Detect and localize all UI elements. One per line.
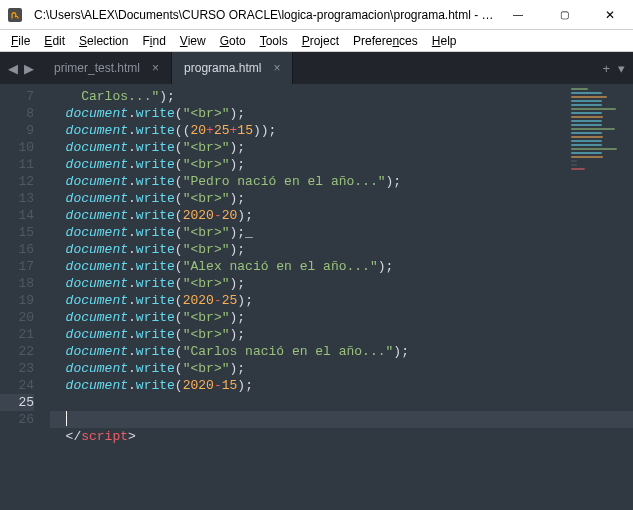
menu-edit[interactable]: Edit [37, 32, 72, 50]
menu-goto[interactable]: Goto [213, 32, 253, 50]
text-cursor [66, 411, 67, 426]
tab-bar: ◀ ▶ primer_test.html × programa.html × +… [0, 52, 633, 84]
menu-file[interactable]: File [4, 32, 37, 50]
tab-primer-test[interactable]: primer_test.html × [42, 52, 172, 84]
tab-history-nav: ◀ ▶ [0, 52, 42, 84]
tab-label: programa.html [184, 61, 261, 75]
app-icon [0, 0, 30, 30]
close-button[interactable]: ✕ [587, 0, 633, 29]
tab-close-icon[interactable]: × [273, 61, 280, 75]
maximize-button[interactable]: ▢ [541, 0, 587, 29]
window-controls: — ▢ ✕ [495, 0, 633, 29]
code-area[interactable]: Carlos..."); document.write("<br>"); doc… [44, 84, 633, 510]
tab-programa[interactable]: programa.html × [172, 52, 293, 84]
menu-view[interactable]: View [173, 32, 213, 50]
tab-label: primer_test.html [54, 61, 140, 75]
menu-selection[interactable]: Selection [72, 32, 135, 50]
title-bar: C:\Users\ALEX\Documents\CURSO ORACLE\log… [0, 0, 633, 30]
editor[interactable]: 7 8 9 10 11 12 13 14 15 16 17 18 19 20 2… [0, 84, 633, 510]
tab-dropdown-icon[interactable]: ▾ [618, 61, 625, 76]
menu-bar: File Edit Selection Find View Goto Tools… [0, 30, 633, 52]
line-number-gutter: 7 8 9 10 11 12 13 14 15 16 17 18 19 20 2… [0, 84, 44, 510]
minimize-button[interactable]: — [495, 0, 541, 29]
menu-help[interactable]: Help [425, 32, 464, 50]
nav-forward-icon[interactable]: ▶ [24, 61, 34, 76]
nav-back-icon[interactable]: ◀ [8, 61, 18, 76]
menu-find[interactable]: Find [135, 32, 172, 50]
new-tab-icon[interactable]: + [602, 61, 610, 76]
menu-preferences[interactable]: Preferences [346, 32, 425, 50]
window-title: C:\Users\ALEX\Documents\CURSO ORACLE\log… [30, 8, 495, 22]
tab-close-icon[interactable]: × [152, 61, 159, 75]
menu-project[interactable]: Project [295, 32, 346, 50]
menu-tools[interactable]: Tools [253, 32, 295, 50]
svg-rect-0 [8, 8, 22, 22]
